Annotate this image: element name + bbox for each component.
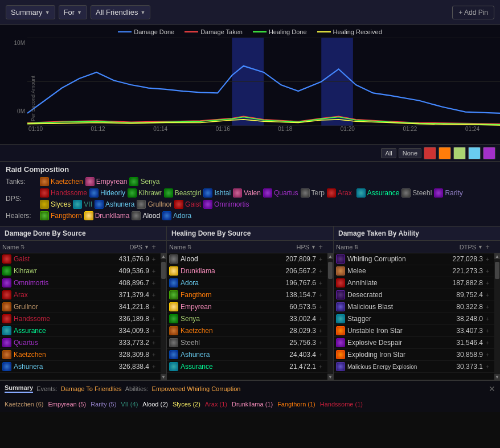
arax-plus[interactable]: +: [149, 291, 158, 298]
omnimortis-plus[interactable]: +: [149, 280, 158, 286]
ptag-arax[interactable]: Arax (1): [205, 401, 227, 408]
desecrated-plus[interactable]: +: [483, 291, 492, 298]
dps-hideorly[interactable]: Hideorly: [89, 188, 125, 198]
add-pin-button[interactable]: + Add Pin: [452, 6, 494, 19]
filter-icon-5[interactable]: [483, 147, 495, 159]
dps-grullnor[interactable]: Grullnor: [137, 200, 172, 209]
damage-done-scroll-down[interactable]: ▼: [161, 374, 166, 380]
filter-icon-3[interactable]: [453, 147, 466, 159]
row-name: Arax: [2, 290, 104, 299]
damage-taken-name-col[interactable]: Name ⇅: [336, 244, 437, 250]
whirling-plus[interactable]: +: [483, 256, 492, 262]
damage-taken-add-icon[interactable]: +: [485, 243, 490, 251]
filter-icon-2[interactable]: [438, 147, 451, 159]
ptag-rarity[interactable]: Rarity (5): [91, 401, 116, 408]
assurance-hplus[interactable]: +: [316, 363, 325, 370]
dps-beastgirl[interactable]: Beastgirl: [164, 188, 202, 198]
ptag-empyrean[interactable]: Empyrean (5): [48, 401, 86, 408]
steehl-hplus[interactable]: +: [316, 339, 325, 346]
kaetzchen-hplus[interactable]: +: [316, 327, 325, 334]
dps-quartus[interactable]: Quartus: [263, 188, 298, 198]
empyrean-hplus[interactable]: +: [316, 303, 325, 310]
healing-done-scroll-down[interactable]: ▼: [327, 374, 333, 380]
fangthorn-hplus[interactable]: +: [316, 291, 325, 298]
adora-hplus[interactable]: +: [316, 280, 325, 286]
healing-done-add-icon[interactable]: +: [318, 243, 323, 251]
dps-slyces[interactable]: Slyces: [40, 200, 71, 209]
dps-ishtal[interactable]: Ishtal: [203, 188, 231, 198]
senya-hplus[interactable]: +: [316, 315, 325, 322]
unstable-plus[interactable]: +: [483, 327, 492, 334]
filter-icon-4[interactable]: [468, 147, 481, 159]
ptag-handssome[interactable]: Handssome (1): [320, 401, 363, 408]
healing-done-scroll-thumb[interactable]: [328, 262, 333, 279]
assurance-plus[interactable]: +: [149, 327, 158, 334]
ashunera-hplus[interactable]: +: [316, 351, 325, 358]
dps-rarity[interactable]: Rarity: [434, 188, 462, 198]
dps-assurance[interactable]: Assurance: [356, 188, 400, 198]
annihilate-plus[interactable]: +: [483, 280, 492, 286]
close-button[interactable]: ✕: [489, 384, 495, 393]
damage-taken-scroll-thumb[interactable]: [495, 262, 499, 279]
ashunera-plus[interactable]: +: [149, 363, 158, 370]
tank-senya[interactable]: Senya: [129, 177, 159, 186]
bottom-summary-tab[interactable]: Summary: [5, 384, 33, 393]
malblast-plus[interactable]: +: [483, 303, 492, 310]
ptag-alood[interactable]: Alood (2): [142, 401, 168, 408]
damage-taken-scroll-up[interactable]: ▲: [494, 253, 500, 259]
dps-steehl[interactable]: Steehl: [401, 188, 432, 198]
damage-done-scroll-up[interactable]: ▲: [161, 253, 166, 259]
explosive-plus[interactable]: +: [483, 339, 492, 346]
healing-done-hps-col[interactable]: HPS ▼: [271, 244, 316, 250]
damage-done-scroll-thumb[interactable]: [161, 262, 166, 279]
healer-alood[interactable]: Alood: [132, 211, 160, 220]
dps-terp[interactable]: Terp: [301, 188, 325, 198]
damage-taken-dtps-col[interactable]: DTPS ▼: [437, 244, 483, 250]
healer-fangthorn[interactable]: Fangthorn: [40, 211, 82, 220]
ptag-drunkllama[interactable]: Drunkllama (1): [232, 401, 273, 408]
friendlies-dropdown[interactable]: All Friendlies ▼: [91, 5, 150, 19]
arax-row-name: Arax: [14, 291, 28, 299]
handssome-plus[interactable]: +: [149, 315, 158, 322]
dps-valen[interactable]: Valen: [233, 188, 261, 198]
kaetzchen-plus[interactable]: +: [149, 351, 158, 358]
exploding-plus[interactable]: +: [483, 351, 492, 358]
dps-kihrawr[interactable]: Kihrawr: [128, 188, 162, 198]
none-button[interactable]: None: [399, 148, 421, 158]
gaist-plus[interactable]: +: [149, 256, 158, 262]
drunkllama-hplus[interactable]: +: [316, 268, 325, 274]
ptag-slyces[interactable]: Slyces (2): [173, 401, 200, 408]
all-button[interactable]: All: [381, 148, 396, 158]
grullnor-plus[interactable]: +: [149, 303, 158, 310]
tank-empyrean[interactable]: Empyrean: [85, 177, 128, 186]
dps-gaist[interactable]: Gaist: [174, 200, 201, 209]
tank-kaetzchen[interactable]: Kaetzchen: [40, 177, 83, 186]
damage-done-dps-col[interactable]: DPS ▼: [104, 244, 149, 250]
arax-row-icon: [2, 290, 11, 299]
healer-drunkllama[interactable]: Drunkllama: [84, 211, 130, 220]
alood-hplus[interactable]: +: [316, 256, 325, 262]
healing-done-scroll-up[interactable]: ▲: [327, 253, 333, 259]
ptag-vii[interactable]: VII (4): [121, 401, 138, 408]
summary-dropdown[interactable]: Summary ▼: [6, 5, 55, 19]
healer-adora[interactable]: Adora: [162, 211, 191, 220]
dps-omnimortis[interactable]: Omnimortis: [203, 200, 249, 209]
melee-plus[interactable]: +: [483, 268, 492, 274]
damage-done-add-icon[interactable]: +: [151, 243, 156, 251]
dps-ashunera[interactable]: Ashunera: [95, 200, 134, 209]
dps-handssome[interactable]: Handssome: [40, 188, 87, 198]
ptag-kaetzchen[interactable]: Kaetzchen (6): [5, 401, 43, 408]
quartus-plus[interactable]: +: [149, 339, 158, 346]
kaetzchen-row-name: Kaetzchen: [14, 351, 46, 359]
damage-taken-scroll-down[interactable]: ▼: [494, 374, 500, 380]
ptag-fangthorn[interactable]: Fangthorn (1): [277, 401, 315, 408]
for-dropdown[interactable]: For ▼: [59, 5, 87, 19]
dps-vii[interactable]: VII: [73, 200, 92, 209]
stagger-plus[interactable]: +: [483, 315, 492, 322]
malenergy-plus[interactable]: +: [483, 363, 492, 370]
damage-done-name-col[interactable]: Name ⇅: [2, 244, 104, 250]
dps-arax[interactable]: Arax: [327, 188, 352, 198]
healing-done-name-col[interactable]: Name ⇅: [169, 244, 271, 250]
kihrawr-plus[interactable]: +: [149, 268, 158, 274]
filter-icon-1[interactable]: [424, 147, 436, 159]
